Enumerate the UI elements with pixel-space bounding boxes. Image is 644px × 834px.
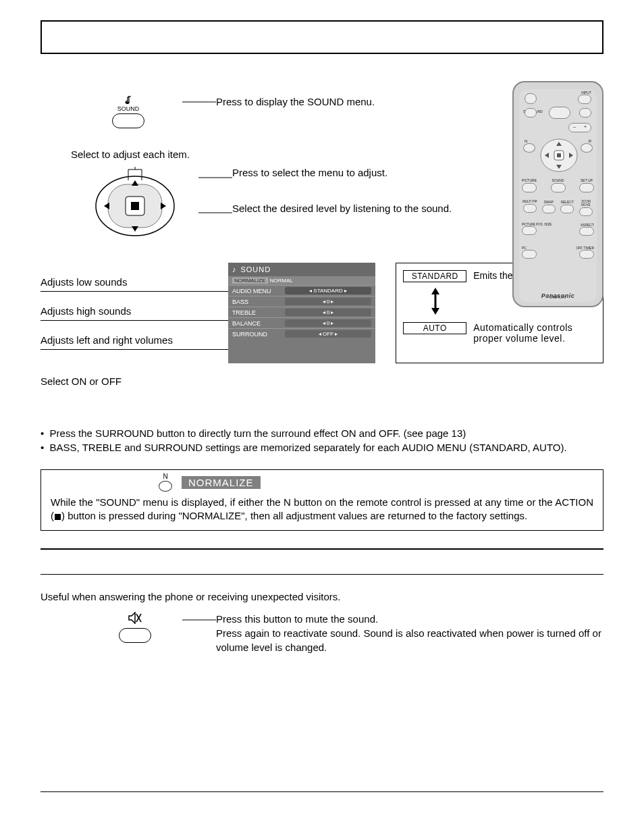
menu-row-audio: AUDIO MENU◂STANDARD▸ (228, 285, 375, 296)
divider-thick (41, 548, 603, 550)
surround-button (549, 107, 570, 119)
mute-remote-button (579, 108, 591, 118)
possize-button (522, 226, 537, 235)
normalize-tag: NORMALIZE (182, 476, 261, 489)
brand-sub-label: DISPLAY (519, 295, 597, 299)
zoom-button (579, 207, 593, 216)
auto-mode-label: AUTO (403, 322, 466, 334)
mute-line-2: Press again to reactivate sound. Sound i… (216, 626, 603, 654)
offtimer-label: OFF TIMER (576, 246, 594, 250)
callout-balance: Adjusts left and right volumes (41, 334, 228, 346)
divider-thin (41, 574, 603, 575)
zoom-label: ZOOM MOVE (578, 200, 594, 207)
menu-row-bass: BASS◂0▸ (228, 296, 375, 307)
input-button (578, 95, 591, 104)
dpad-illustration (88, 167, 182, 241)
possize-label: PICTURE POS. /SIZE (522, 223, 556, 226)
normalize-box: N NORMALIZE While the "SOUND" menu is di… (41, 469, 603, 531)
mute-line-1: Press this button to mute the sound. (216, 612, 603, 626)
menu-row-balance: BALANCE◂0▸ (228, 317, 375, 328)
step-2b-text: Select the desired level by listening to… (232, 203, 452, 214)
r-label: R (589, 139, 591, 143)
treble-label: TREBLE (232, 309, 285, 316)
treble-value: 0 (327, 309, 329, 315)
normalize-body: While the "SOUND" menu is displayed, if … (41, 494, 603, 530)
normal-label: NORMAL (270, 278, 293, 284)
step-1-text: Press to display the SOUND menu. (216, 96, 375, 107)
r-button (581, 143, 593, 153)
notes: • Press the SURROUND button to directly … (41, 427, 603, 453)
menu-header: ♪ SOUND (228, 263, 375, 276)
surround-value: OFF (323, 331, 333, 337)
sound-menu: ♪ SOUND NORMALIZENORMAL AUDIO MENU◂STAND… (228, 263, 375, 363)
balance-value: 0 (327, 320, 329, 326)
multipip-button (523, 204, 537, 213)
menu-title: SOUND (240, 265, 271, 273)
menu-row-treble: TREBLE◂0▸ (228, 307, 375, 317)
sound-label: SOUND (551, 178, 566, 182)
pc-button (522, 250, 537, 259)
auto-mode-desc: Automatically controls proper volume lev… (473, 322, 596, 344)
action-square-icon (55, 514, 61, 520)
power-button (525, 93, 537, 104)
sound-button-illustration: SOUND (101, 95, 155, 128)
svg-rect-14 (557, 153, 561, 157)
picture-label: PICTURE (522, 178, 537, 182)
n-button (523, 143, 535, 153)
callout-surround: Select ON or OFF (41, 375, 603, 387)
sound-button (551, 183, 566, 192)
audio-menu-value: STANDARD (313, 288, 342, 294)
n-label: N (525, 139, 527, 143)
select-label: SELECT (559, 200, 575, 204)
note-2: • BASS, TREBLE and SURROUND settings are… (41, 442, 603, 453)
audio-menu-label: AUDIO MENU (232, 288, 285, 294)
offtimer-button (579, 250, 594, 259)
sound-button-label: SOUND (101, 105, 155, 112)
svg-rect-5 (131, 202, 139, 210)
setup-label: SET UP (579, 178, 594, 182)
aspect-label: ASPECT (567, 223, 594, 227)
remote-control-illustration: INPUT SURROUND –+ N R PICTURE SOUND SET … (512, 81, 603, 307)
callouts: Adjusts low sounds Adjusts high sounds A… (41, 263, 228, 363)
title-box (41, 20, 603, 54)
mute-intro: Useful when answering the phone or recei… (41, 591, 603, 602)
mute-row: Press this button to mute the sound. Pre… (41, 612, 603, 654)
mute-button-illustration (115, 612, 155, 654)
footer-divider (41, 791, 603, 792)
callout-bass: Adjusts low sounds (41, 276, 228, 288)
n-button-illustration: N (159, 473, 172, 492)
volume-rocker: –+ (568, 123, 591, 132)
menu-row-surround: SURROUND◂OFF▸ (228, 328, 375, 339)
swap-button (542, 205, 556, 213)
surround-label: SURROUND (232, 331, 285, 338)
svg-point-0 (126, 101, 130, 104)
callout-treble: Adjusts high sounds (41, 305, 228, 317)
multipip-label: MULTI PIP (522, 200, 538, 203)
leader-line (182, 612, 216, 628)
mute-text: Press this button to mute the sound. Pre… (216, 612, 603, 654)
picture-button (522, 183, 537, 192)
note-1: • Press the SURROUND button to directly … (41, 427, 603, 439)
select-button (560, 205, 574, 213)
n-letter: N (159, 473, 172, 480)
leader-lines-dpad (198, 172, 232, 240)
bass-label: BASS (232, 298, 285, 305)
pip-button (525, 108, 537, 118)
bass-value: 0 (327, 298, 329, 305)
menu-normalize-row: NORMALIZENORMAL (228, 276, 375, 285)
sound-button-shape (112, 113, 144, 128)
note-icon: ♪ (232, 265, 237, 273)
balance-label: BALANCE (232, 320, 285, 327)
mute-icon (128, 615, 142, 626)
swap-label: SWAP (541, 200, 557, 204)
standard-mode-label: STANDARD (403, 270, 466, 282)
aspect-button (579, 227, 594, 236)
music-note-icon (101, 95, 155, 105)
step-2a-text: Press to select the menu to adjust. (232, 167, 452, 178)
setup-button (579, 183, 594, 192)
normalize-button-label: NORMALIZE (232, 278, 268, 284)
leader-line (182, 95, 216, 109)
